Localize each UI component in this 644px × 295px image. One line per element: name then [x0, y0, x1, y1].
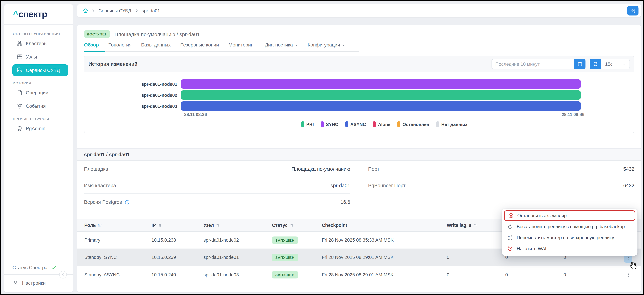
refresh-interval-value: 15с: [605, 62, 613, 66]
tab-databases[interactable]: Базы данных: [141, 42, 170, 52]
detail-row-pgbouncer-port: PgBouncer Порт 6432: [368, 177, 634, 194]
col-role[interactable]: Роль: [84, 223, 152, 228]
sidebar-item-nodes[interactable]: Узлы: [12, 51, 68, 63]
logout-button[interactable]: [627, 6, 638, 16]
app-root: ^спектр ОБЪЕКТЫ УПРАВЛЕНИЯ Кластеры Узлы…: [0, 0, 644, 295]
sidebar-item-dbms-services[interactable]: Сервисы СУБД: [12, 64, 68, 76]
table-row-standby-async[interactable]: Standby: ASYNC 10.15.0.240 spr-da01-node…: [77, 266, 641, 283]
sidebar-collapse-button[interactable]: [59, 271, 67, 278]
timeline-bar-async[interactable]: [181, 101, 581, 111]
svg-text:S: S: [511, 238, 512, 240]
row-actions-menu: Остановить экземпляр Восстановить реплик…: [502, 208, 638, 256]
timeline-chart: spr-da01-node01 spr-da01-node02 spr-da01…: [84, 72, 634, 133]
login-arrow-icon: [630, 8, 636, 14]
calendar-button[interactable]: [574, 59, 586, 69]
sidebar-item-label: Узлы: [26, 54, 37, 60]
tab-monitoring[interactable]: Мониторинг: [228, 42, 255, 52]
timeline-bar-pri[interactable]: [181, 90, 581, 100]
mouse-cursor-hand: [628, 261, 638, 270]
timeline-row-label: spr-da01-node03: [84, 104, 181, 108]
timeline-bar-sync[interactable]: [181, 79, 581, 89]
breadcrumb: Сервисы СУБД spr-da01: [77, 4, 641, 17]
sort-active-icon: [98, 223, 102, 228]
sidebar-divider: [4, 274, 73, 275]
legend-item-async: ASYNC: [345, 121, 366, 127]
svg-text:M: M: [508, 235, 510, 238]
spektr-status-label: Статус Спектра: [12, 264, 48, 270]
menu-item-restore-replica[interactable]: Восстановить реплику с помощью pg_baseba…: [504, 221, 636, 232]
info-icon[interactable]: [125, 200, 130, 205]
sort-icon: [473, 223, 478, 228]
menu-item-stop-instance[interactable]: Остановить экземпляр: [504, 210, 636, 221]
legend-item-alone: Alone: [373, 121, 390, 127]
chart-legend: PRI SYNC ASYNC Alone Остановлен Нет данн…: [184, 121, 584, 129]
row-actions-kebab-button[interactable]: [624, 270, 632, 280]
sort-icon: [289, 223, 294, 228]
legend-item-pri: PRI: [301, 121, 314, 127]
tab-configurations[interactable]: Конфигурации: [308, 42, 345, 52]
row-status-badge: ЗАПУЩЕН: [272, 254, 298, 261]
status-badge: ДОСТУПЕН: [84, 30, 110, 38]
status-ok-check-icon: [51, 264, 57, 270]
sidebar-nav: ОБЪЕКТЫ УПРАВЛЕНИЯ Кластеры Узлы Сервисы…: [4, 25, 73, 136]
settings-label: Настройки: [22, 280, 46, 286]
panel-title: История изменений: [88, 61, 138, 67]
apply-wal-icon: [507, 246, 513, 252]
sidebar-item-label: Операции: [26, 90, 48, 95]
sort-icon: [158, 223, 162, 228]
server-icon: [16, 54, 23, 60]
sidebar-item-pgadmin[interactable]: PgAdmin: [12, 122, 68, 134]
tab-backups[interactable]: Резервные копии: [180, 42, 219, 52]
col-status[interactable]: Статус: [272, 223, 322, 228]
details-left-column: Площадка Площадка по-умолчанию Имя класт…: [84, 161, 350, 210]
breadcrumb-current: spr-da01: [142, 8, 160, 13]
chevron-right-icon: [134, 8, 138, 13]
breadcrumb-dbms-services[interactable]: Сервисы СУБД: [98, 8, 131, 13]
document-icon: [16, 90, 23, 96]
panel-controls: 15с: [492, 59, 630, 69]
col-checkpoint[interactable]: Checkpoint: [322, 223, 447, 228]
sidebar: ^спектр ОБЪЕКТЫ УПРАВЛЕНИЯ Кластеры Узлы…: [4, 4, 73, 292]
chevron-down-icon: [622, 62, 626, 66]
col-node[interactable]: Узел: [204, 223, 272, 228]
time-range-input[interactable]: [492, 59, 574, 69]
kebab-icon: [626, 272, 631, 278]
cluster-icon: [16, 40, 23, 46]
sidebar-item-label: Кластеры: [26, 40, 48, 46]
sidebar-item-label: PgAdmin: [26, 126, 46, 131]
tab-overview[interactable]: Обзор: [84, 42, 99, 52]
time-axis-start: 28.11 08:36: [184, 112, 207, 117]
sidebar-item-label: События: [26, 103, 46, 109]
logo-text: спектр: [18, 9, 47, 20]
user-icon: [12, 280, 18, 286]
timeline-row: spr-da01-node02: [84, 90, 634, 100]
sidebar-item-events[interactable]: События: [12, 100, 68, 112]
cluster-details: Площадка Площадка по-умолчанию Имя класт…: [77, 161, 641, 210]
refresh-interval-select[interactable]: 15с: [601, 59, 630, 69]
home-icon[interactable]: [82, 8, 88, 14]
menu-item-apply-wal[interactable]: Накатить WAL: [504, 243, 636, 254]
col-write-lag[interactable]: Write lag, s: [447, 223, 505, 228]
col-ip[interactable]: IP: [152, 223, 204, 228]
row-status-badge: ЗАПУЩЕН: [272, 236, 298, 244]
calendar-icon: [577, 61, 582, 67]
tab-diagnostics[interactable]: Диагностика: [265, 42, 298, 52]
menu-item-switchover-master[interactable]: MS Переместить мастер на синхронную репл…: [504, 232, 636, 243]
stop-instance-icon: [508, 213, 514, 218]
timeline-row-label: spr-da01-node02: [84, 92, 181, 98]
detail-row-port: Порт 5432: [368, 161, 634, 177]
sidebar-item-operations[interactable]: Операции: [12, 87, 68, 98]
refresh-button[interactable]: [590, 59, 601, 69]
legend-item-stopped: Остановлен: [398, 121, 429, 127]
sidebar-item-clusters[interactable]: Кластеры: [12, 38, 68, 49]
database-gear-icon: [16, 67, 23, 73]
nav-section-management: ОБЪЕКТЫ УПРАВЛЕНИЯ: [13, 32, 73, 36]
legend-item-sync: SYNC: [320, 121, 338, 127]
row-status-badge: ЗАПУЩЕН: [272, 271, 298, 278]
logo-caret: ^: [13, 9, 18, 20]
nav-section-history: ИСТОРИЯ: [13, 81, 73, 85]
page-title: Площадка по-умолчанию / spr-da01: [114, 31, 200, 37]
tab-topology[interactable]: Топология: [108, 42, 132, 52]
restore-replica-icon: [507, 224, 513, 230]
app-logo: ^спектр: [4, 4, 73, 25]
